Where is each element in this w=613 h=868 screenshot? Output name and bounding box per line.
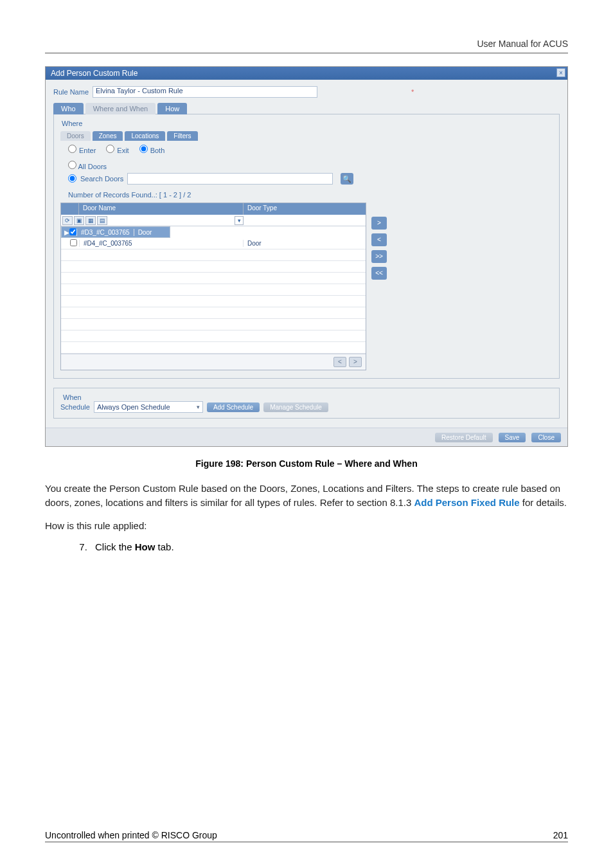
all-doors-radio[interactable]: All Doors	[68, 161, 553, 170]
subtab-zones[interactable]: Zones	[93, 131, 123, 141]
cell-door-type: Door	[134, 229, 167, 236]
sub-tabs: Doors Zones Locations Filters	[60, 131, 553, 141]
grid-tool-icon[interactable]: ⟳	[62, 216, 73, 225]
save-button[interactable]: Save	[499, 433, 526, 442]
schedule-label: Schedule	[60, 403, 90, 411]
rule-name-label: Rule Name	[53, 88, 89, 96]
row-checkbox[interactable]	[70, 239, 77, 246]
pager-next[interactable]: >	[349, 357, 362, 367]
tab-where-when[interactable]: Where and When	[85, 103, 156, 114]
when-group-title: When	[60, 393, 84, 401]
manage-schedule-button[interactable]: Manage Schedule	[263, 402, 328, 412]
schedule-value: Always Open Schedule	[97, 403, 170, 411]
required-asterisk: *	[411, 88, 414, 96]
search-input[interactable]	[127, 173, 333, 185]
table-row[interactable]: #D4_#C_003765 Door	[61, 238, 366, 249]
doors-grid: Door Name Door Type ⟳ ▣ ▦ ▤ ▾	[60, 203, 366, 370]
subtab-filters[interactable]: Filters	[167, 131, 197, 141]
pager-prev[interactable]: <	[333, 357, 346, 367]
close-button[interactable]: Close	[531, 433, 561, 442]
move-buttons: > < >> <<	[371, 217, 387, 370]
cell-door-name: #D4_#C_003765	[79, 240, 244, 247]
record-count: Number of Records Found..: [ 1 - 2 ] / 2	[68, 191, 553, 199]
dialog-footer: Restore Default Save Close	[46, 428, 567, 446]
close-icon[interactable]: ×	[556, 68, 565, 77]
page-footer: Uncontrolled when printed © RISCO Group …	[45, 830, 568, 842]
move-all-left-button[interactable]: <<	[371, 267, 387, 280]
radio-exit[interactable]: Exit	[106, 145, 129, 154]
paragraph: How is this rule applied:	[45, 519, 568, 533]
main-tabs: Who Where and When How	[53, 103, 560, 114]
link-add-person-fixed-rule[interactable]: Add Person Fixed Rule	[414, 497, 519, 508]
cell-door-name: #D3_#C_003765	[76, 229, 134, 236]
move-right-button[interactable]: >	[371, 217, 387, 230]
schedule-select[interactable]: Always Open Schedule ▾	[94, 401, 203, 413]
footer-page-number: 201	[553, 830, 568, 840]
subtab-locations[interactable]: Locations	[125, 131, 165, 141]
row-indicator-icon: ▶	[64, 229, 69, 236]
page-header: User Manual for ACUS	[45, 39, 568, 53]
grid-tool-icon[interactable]: ▤	[97, 216, 107, 225]
list-item: Click the How tab.	[90, 541, 568, 552]
tab-who[interactable]: Who	[53, 103, 84, 114]
where-group-title: Where	[59, 120, 85, 127]
dialog-title: Add Person Custom Rule	[51, 69, 138, 78]
restore-default-button[interactable]: Restore Default	[435, 433, 492, 442]
when-group: When Schedule Always Open Schedule ▾ Add…	[53, 388, 560, 419]
search-icon[interactable]: 🔍	[341, 173, 353, 185]
search-doors-label: Search Doors	[80, 175, 123, 183]
dialog-title-bar: Add Person Custom Rule ×	[46, 67, 567, 80]
figure-caption: Figure 198: Person Custom Rule – Where a…	[45, 458, 568, 469]
grid-tool-icon[interactable]: ▦	[85, 216, 96, 225]
add-schedule-button[interactable]: Add Schedule	[207, 402, 260, 412]
radio-both[interactable]: Both	[139, 145, 165, 154]
tab-how[interactable]: How	[157, 103, 187, 114]
move-all-right-button[interactable]: >>	[371, 250, 387, 263]
radio-enter[interactable]: Enter	[68, 145, 96, 154]
footer-left: Uncontrolled when printed © RISCO Group	[45, 830, 217, 840]
paragraph: You create the Person Custom Rule based …	[45, 482, 568, 510]
step-list: Click the How tab.	[90, 541, 568, 552]
dialog: Add Person Custom Rule × Rule Name Elvin…	[45, 66, 568, 447]
col-door-type[interactable]: Door Type	[244, 203, 366, 215]
direction-radios: Enter Exit Both	[68, 145, 553, 154]
row-checkbox[interactable]	[69, 228, 76, 235]
chevron-down-icon: ▾	[197, 404, 200, 410]
table-row[interactable]: ▶ #D3_#C_003765 Door	[61, 226, 170, 238]
filter-dropdown-icon[interactable]: ▾	[235, 216, 244, 225]
rule-name-input[interactable]: Elvina Taylor - Custom Rule	[93, 86, 317, 98]
grid-tool-icon[interactable]: ▣	[74, 216, 84, 225]
move-left-button[interactable]: <	[371, 233, 387, 246]
subtab-doors[interactable]: Doors	[60, 131, 91, 141]
col-door-name[interactable]: Door Name	[79, 203, 244, 215]
cell-door-type: Door	[244, 240, 366, 247]
screenshot-figure: Add Person Custom Rule × Rule Name Elvin…	[45, 66, 568, 447]
search-doors-radio[interactable]	[68, 174, 76, 184]
where-group: Where Doors Zones Locations Filters Ente…	[53, 114, 560, 379]
